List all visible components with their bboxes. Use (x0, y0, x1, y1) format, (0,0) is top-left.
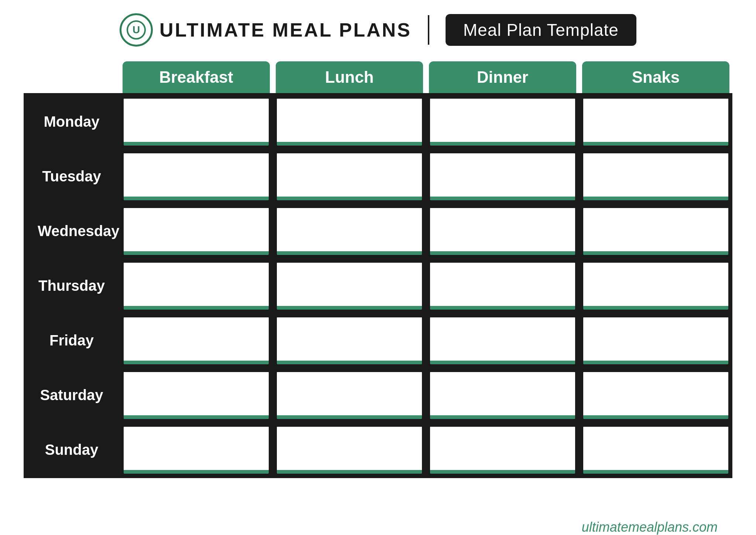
meal-cell-saturday-lunch[interactable] (276, 371, 423, 419)
meal-cell-saturday-breakfast[interactable] (123, 371, 270, 419)
meal-cell-tuesday-snaks[interactable] (582, 152, 729, 200)
row-tuesday: Tuesday (24, 148, 732, 202)
meal-cell-wednesday-breakfast[interactable] (123, 207, 270, 255)
logo-circle: U (120, 13, 153, 47)
page-title: Meal Plan Template (446, 14, 636, 46)
page-header: U ULTIMATE MEAL PLANS Meal Plan Template (0, 0, 756, 61)
footer-url: ultimatemealplans.com (582, 519, 718, 535)
col-header-lunch: Lunch (276, 61, 423, 93)
meal-rows: Monday Tuesday Wednesday (24, 93, 732, 478)
meal-cell-wednesday-snaks[interactable] (582, 207, 729, 255)
meal-cell-sunday-dinner[interactable] (429, 426, 576, 474)
meal-cell-saturday-snaks[interactable] (582, 371, 729, 419)
meal-cell-friday-snaks[interactable] (582, 316, 729, 364)
day-cell-wednesday: Wednesday (24, 216, 120, 246)
row-friday: Friday (24, 312, 732, 367)
meal-cell-monday-lunch[interactable] (276, 98, 423, 146)
meal-cell-thursday-snaks[interactable] (582, 262, 729, 310)
page-footer: ultimatemealplans.com (24, 512, 732, 535)
row-sunday: Sunday (24, 421, 732, 478)
day-label-thursday: Thursday (27, 271, 116, 301)
meal-cell-thursday-dinner[interactable] (429, 262, 576, 310)
meal-cell-tuesday-lunch[interactable] (276, 152, 423, 200)
meal-cell-tuesday-dinner[interactable] (429, 152, 576, 200)
day-cell-tuesday: Tuesday (24, 161, 120, 191)
day-label-sunday: Sunday (27, 435, 116, 465)
meal-grid: Breakfast Lunch Dinner Snaks Monday Tues… (24, 61, 732, 478)
brand-name: ULTIMATE MEAL PLANS (159, 19, 412, 41)
day-cell-sunday: Sunday (24, 435, 120, 465)
meal-cell-sunday-breakfast[interactable] (123, 426, 270, 474)
meal-cell-friday-dinner[interactable] (429, 316, 576, 364)
meal-cell-wednesday-lunch[interactable] (276, 207, 423, 255)
meal-cell-thursday-breakfast[interactable] (123, 262, 270, 310)
col-header-breakfast: Breakfast (123, 61, 270, 93)
meal-cell-thursday-lunch[interactable] (276, 262, 423, 310)
meal-cell-monday-snaks[interactable] (582, 98, 729, 146)
meal-cell-saturday-dinner[interactable] (429, 371, 576, 419)
row-thursday: Thursday (24, 257, 732, 312)
day-label-tuesday: Tuesday (27, 161, 116, 191)
meal-cell-friday-lunch[interactable] (276, 316, 423, 364)
meal-cell-sunday-lunch[interactable] (276, 426, 423, 474)
meal-cell-monday-dinner[interactable] (429, 98, 576, 146)
column-headers: Breakfast Lunch Dinner Snaks (24, 61, 732, 93)
day-label-friday: Friday (27, 326, 116, 355)
day-cell-friday: Friday (24, 326, 120, 355)
col-header-snaks: Snaks (582, 61, 729, 93)
day-label-monday: Monday (27, 107, 116, 137)
header-spacer (24, 61, 120, 93)
day-label-saturday: Saturday (27, 380, 116, 410)
svg-text:U: U (133, 24, 140, 35)
logo-icon: U (126, 20, 146, 40)
day-cell-monday: Monday (24, 107, 120, 137)
row-monday: Monday (24, 93, 732, 148)
day-cell-saturday: Saturday (24, 380, 120, 410)
day-cell-thursday: Thursday (24, 271, 120, 301)
meal-cell-friday-breakfast[interactable] (123, 316, 270, 364)
day-label-wednesday: Wednesday (27, 216, 116, 246)
row-wednesday: Wednesday (24, 202, 732, 257)
col-header-dinner: Dinner (429, 61, 576, 93)
meal-cell-monday-breakfast[interactable] (123, 98, 270, 146)
row-saturday: Saturday (24, 367, 732, 421)
meal-cell-tuesday-breakfast[interactable] (123, 152, 270, 200)
header-divider (428, 15, 429, 45)
meal-cell-sunday-snaks[interactable] (582, 426, 729, 474)
logo-group: U ULTIMATE MEAL PLANS (120, 13, 412, 47)
meal-cell-wednesday-dinner[interactable] (429, 207, 576, 255)
